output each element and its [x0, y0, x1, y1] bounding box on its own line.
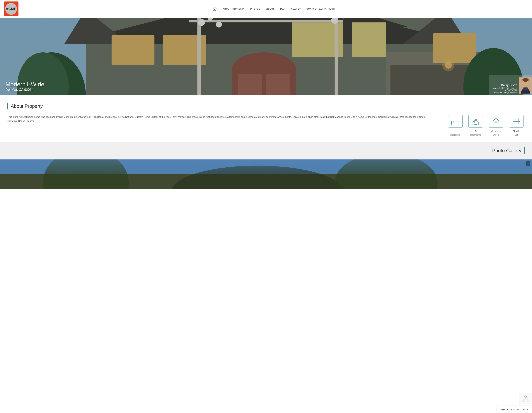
agent-info: Barry Fisch License #: R.E. Salesperson … [492, 83, 519, 93]
house-icon [491, 118, 501, 125]
lot-value: 7840 [512, 129, 521, 133]
stat-lot: 7840 Lot [508, 115, 525, 136]
fence-icon [512, 118, 521, 125]
nav-videos[interactable]: VIDEOS [266, 8, 275, 10]
svg-rect-61 [525, 85, 526, 88]
svg-marker-74 [493, 118, 500, 121]
sqft-label: SQ FT [493, 134, 499, 136]
logo-text: ACME [6, 7, 16, 11]
sqft-value: 4,295 [491, 129, 501, 133]
bath-icon [471, 118, 480, 125]
agent-email: test@marketingemail.com [492, 91, 517, 93]
about-title-wrap: About Property [7, 103, 525, 110]
svg-rect-71 [475, 119, 476, 120]
property-location: Del Mar, CA 92014 [6, 88, 44, 92]
property-description: This stunning Craftsman home was designe… [7, 115, 436, 123]
bedrooms-label: Bedrooms [450, 134, 461, 136]
svg-rect-63 [451, 121, 453, 123]
about-title: About Property [11, 103, 43, 109]
gallery-header: Photo Gallery [0, 142, 532, 159]
property-name: Modern1-Wide [6, 81, 44, 88]
about-content: This stunning Craftsman home was designe… [7, 115, 525, 136]
svg-rect-93 [0, 159, 532, 174]
gallery-title-wrap: Photo Gallery [492, 147, 525, 154]
nav-nearby[interactable]: NEARBY [291, 8, 301, 10]
bathrooms-label: Bathrooms [470, 134, 481, 136]
agent-phone: 619-925-2227 [492, 89, 517, 91]
svg-rect-76 [495, 122, 497, 124]
svg-marker-82 [514, 118, 516, 119]
bedrooms-value: 3 [454, 129, 456, 133]
main-nav: ABOUT PROPERTY PHOTOS VIDEOS MAP NEARBY … [19, 6, 528, 11]
stat-bedrooms: 3 Bedrooms [447, 115, 464, 136]
section-border [7, 103, 8, 110]
bathrooms-icon-box [468, 115, 483, 128]
stat-bathrooms: 4 Bathrooms [467, 115, 484, 136]
svg-rect-57 [0, 95, 532, 95]
bed-icon [451, 118, 460, 125]
hero-property-info: Modern1-Wide Del Mar, CA 92014 [6, 81, 44, 92]
bedrooms-icon-box [448, 115, 463, 128]
nav-photos[interactable]: PHOTOS [250, 8, 260, 10]
sqft-icon-box [489, 115, 503, 128]
svg-marker-80 [513, 118, 514, 119]
agent-card: Barry Fisch License #: R.E. Salesperson … [489, 75, 532, 95]
agent-name: Barry Fisch [492, 83, 517, 87]
nav-contact[interactable]: CONTACT BARRY FISCH [306, 8, 335, 10]
gallery-title: Photo Gallery [492, 148, 521, 154]
svg-rect-75 [493, 121, 499, 124]
svg-rect-0 [214, 9, 215, 10]
about-section: About Property This stunning Craftsman h… [0, 95, 532, 142]
nav-about[interactable]: ABOUT PROPERTY [223, 8, 245, 10]
svg-point-60 [522, 78, 529, 82]
property-stats: 3 Bedrooms 4 Bathrooms [447, 115, 525, 136]
home-nav-icon[interactable] [212, 6, 217, 11]
fullscreen-icon[interactable]: ⤢ [526, 161, 530, 166]
agent-photo [519, 77, 532, 93]
lot-label: Lot [515, 134, 518, 136]
svg-rect-56 [0, 18, 532, 95]
svg-marker-86 [518, 118, 519, 119]
lot-icon-box [509, 115, 523, 128]
logo[interactable]: ACME [4, 1, 19, 16]
stat-sqft: 4,295 SQ FT [488, 115, 504, 136]
hero-section: Modern1-Wide Del Mar, CA 92014 Barry Fis… [0, 18, 532, 95]
svg-marker-84 [516, 118, 517, 119]
gallery-image-area[interactable]: ⤢ [0, 159, 532, 189]
bathrooms-value: 4 [475, 129, 476, 133]
agent-license: License #: R.E. Salesperson [492, 87, 517, 89]
header: ACME ABOUT PROPERTY PHOTOS VIDEOS MAP NE… [0, 0, 532, 18]
svg-point-69 [473, 121, 479, 125]
svg-rect-64 [454, 121, 459, 123]
gallery-section-border [524, 147, 525, 154]
nav-map[interactable]: MAP [280, 8, 285, 10]
